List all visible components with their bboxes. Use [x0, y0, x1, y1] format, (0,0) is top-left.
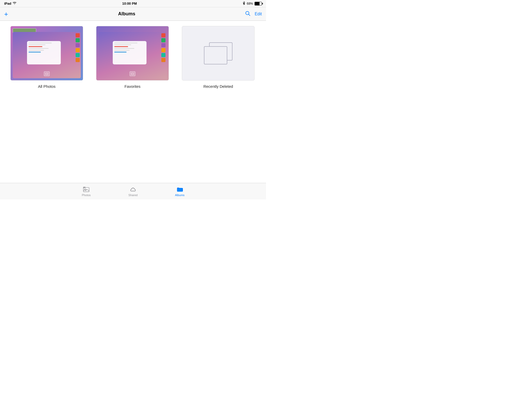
- tab-photos-label: Photos: [82, 194, 91, 197]
- album-item-favorites[interactable]: Favorites: [96, 26, 169, 89]
- bluetooth-icon: [243, 1, 245, 6]
- add-album-button[interactable]: +: [4, 11, 8, 17]
- nav-bar: + Albums Edit: [0, 7, 266, 21]
- album-label-recently-deleted: Recently Deleted: [203, 84, 233, 89]
- device-label: iPad: [4, 2, 11, 5]
- tab-shared-label: Shared: [128, 194, 137, 197]
- svg-rect-6: [177, 189, 182, 191]
- tab-shared[interactable]: Shared: [110, 184, 156, 198]
- album-item-recently-deleted[interactable]: Recently Deleted: [182, 26, 255, 89]
- tab-albums[interactable]: Albums: [156, 184, 203, 198]
- edit-button[interactable]: Edit: [255, 12, 262, 16]
- album-label-favorites: Favorites: [124, 84, 141, 89]
- albums-grid: All Photos: [10, 26, 256, 89]
- album-thumbnail-recently-deleted: [182, 26, 255, 81]
- svg-line-1: [249, 14, 250, 15]
- nav-title: Albums: [118, 11, 135, 17]
- photos-tab-icon: [83, 186, 90, 193]
- tab-bar: Photos Shared Albums: [0, 183, 266, 200]
- nav-right: Edit: [245, 11, 262, 17]
- deleted-placeholder-icon: [204, 42, 232, 64]
- album-label-all-photos: All Photos: [38, 84, 56, 89]
- status-time: 10:00 PM: [122, 2, 137, 5]
- status-left: iPad: [4, 2, 16, 5]
- albums-tab-icon: [176, 186, 183, 193]
- status-bar: iPad 10:00 PM 68%: [0, 0, 266, 7]
- status-right: 68%: [243, 1, 262, 6]
- nav-left: +: [4, 11, 8, 17]
- tab-photos[interactable]: Photos: [63, 184, 110, 198]
- main-content: All Photos: [0, 21, 266, 183]
- tab-albums-label: Albums: [175, 194, 185, 197]
- album-item-all-photos[interactable]: All Photos: [10, 26, 83, 89]
- album-thumbnail-all-photos: [10, 26, 83, 81]
- wifi-icon: [13, 2, 16, 5]
- search-button[interactable]: [245, 11, 250, 17]
- battery-icon: [255, 2, 262, 5]
- battery-percent: 68%: [247, 2, 253, 5]
- shared-tab-icon: [130, 186, 136, 193]
- album-thumbnail-favorites: [96, 26, 169, 81]
